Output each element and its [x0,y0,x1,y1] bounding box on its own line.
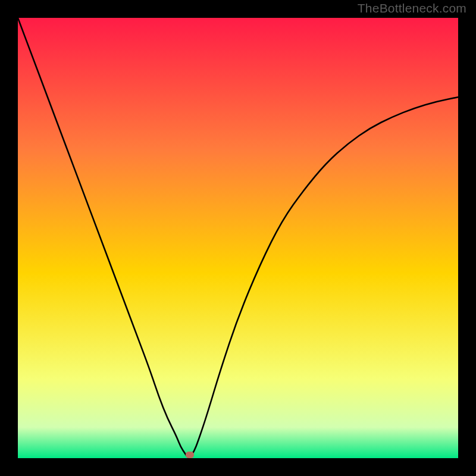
minimum-marker [186,452,194,458]
chart-frame: TheBottleneck.com [0,0,476,476]
plot-area [18,18,458,458]
gradient-background [18,18,458,458]
chart-svg [18,18,458,458]
watermark-text: TheBottleneck.com [358,1,466,15]
